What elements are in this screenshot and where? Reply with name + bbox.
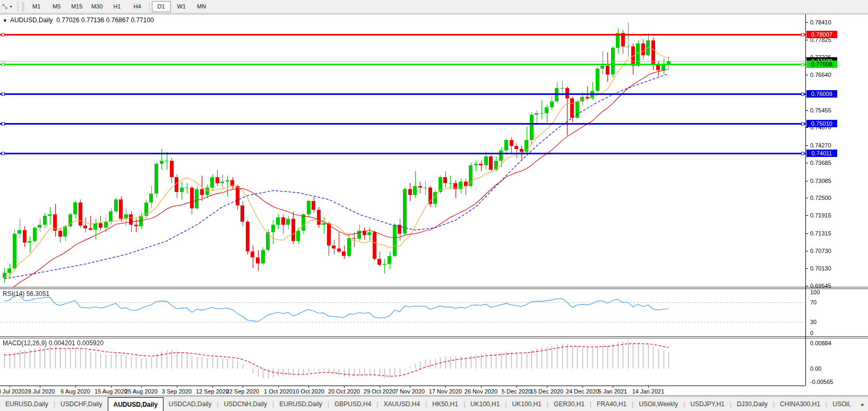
date-axis-label: 15 Aug 2020 <box>94 388 127 395</box>
date-axis-label: 20 Oct 2020 <box>328 388 360 395</box>
date-axis-label: 28 Jul 2020 <box>25 388 55 395</box>
date-axis-label: 6 Aug 2020 <box>61 388 90 395</box>
collapse-caret-icon[interactable]: ▼ <box>3 18 7 23</box>
tab-eurusd-daily[interactable]: EURUSD,Daily <box>274 397 328 411</box>
ohlc-values: 0.77026 0.77136 0.76867 0.77100 <box>56 16 154 24</box>
date-axis-label: 3 Sep 2020 <box>162 388 192 395</box>
price-axis-label: 0.71915 <box>810 212 863 218</box>
toolbar-grip[interactable] <box>22 2 24 11</box>
price-axis-label: 0.70730 <box>810 248 863 254</box>
date-axis-label: 25 Aug 2020 <box>125 388 158 395</box>
tab-gbpusd-h4[interactable]: GBPUSD,H4 <box>329 397 376 411</box>
rsi-chart-canvas[interactable] <box>0 288 805 336</box>
timeframe-button-m1[interactable]: M1 <box>27 1 46 12</box>
date-axis-tick <box>648 386 649 388</box>
date-axis-tick <box>547 386 547 388</box>
tab-usdcad-daily[interactable]: USDCAD,Daily <box>164 397 217 411</box>
date-axis: 18 Jul 202028 Jul 20206 Aug 202015 Aug 2… <box>0 386 805 396</box>
price-axis-label: 0.74270 <box>810 142 863 148</box>
tab-xauusd-h4[interactable]: XAUUSD,H4 <box>378 397 425 411</box>
tab-ger30-h1[interactable]: GER30,H1 <box>548 397 590 411</box>
price-level-badge: 0.75010 <box>806 120 837 127</box>
tab-usdjpy-h1[interactable]: USDJPY,H1 <box>685 397 729 411</box>
date-axis-tick <box>75 386 76 388</box>
date-axis-label: 15 Dec 2020 <box>530 388 563 395</box>
tab-usdchf-daily[interactable]: USDCHF,Daily <box>55 397 108 411</box>
tab-audusd-daily[interactable]: AUDUSD,Daily <box>108 397 164 411</box>
tabs-scroll-left-button[interactable]: ◂ <box>861 401 863 407</box>
price-chart-canvas[interactable] <box>0 14 805 287</box>
indicator-axis-label: 0.00884 <box>810 340 831 346</box>
chart-tab-bar: EURUSD,Daily|USDCHF,DailyAUDUSD,DailyUSD… <box>0 396 868 411</box>
indicator-axis-label: -0.00565 <box>810 379 833 385</box>
date-axis-tick <box>10 386 10 388</box>
price-axis-tick <box>806 251 808 251</box>
timeframe-button-m15[interactable]: M15 <box>67 1 87 12</box>
tab-eurusd-daily[interactable]: EURUSD,Daily <box>0 397 54 411</box>
date-axis-label: 24 Dec 2020 <box>566 388 599 395</box>
tab-fra40-h1[interactable]: FRA40,H1 <box>591 397 632 411</box>
date-axis-tick <box>111 386 111 388</box>
date-axis-tick <box>243 386 243 388</box>
price-axis-label: 0.73685 <box>810 160 863 166</box>
timeframe-button-mn[interactable]: MN <box>192 1 211 12</box>
tab-uk100-h1[interactable]: UK100,H1 <box>465 397 505 411</box>
date-axis-label: 18 Jul 2020 <box>0 388 24 395</box>
price-axis-tick <box>806 40 808 40</box>
price-axis-tick <box>806 233 808 234</box>
price-axis-tick <box>806 110 808 111</box>
price-axis-line <box>805 14 806 386</box>
tab-usoil-weekly[interactable]: USOil,Weekly <box>633 397 683 411</box>
date-axis-tick <box>212 386 213 388</box>
price-axis-tick <box>806 286 808 286</box>
symbol-period-label: AUDUSD,Daily <box>10 16 53 24</box>
price-axis-tick <box>806 145 808 146</box>
macd-chart-canvas[interactable] <box>0 337 805 386</box>
date-axis-tick <box>40 386 40 388</box>
date-axis-tick <box>517 386 517 388</box>
date-axis-tick <box>278 386 279 388</box>
price-axis-tick <box>806 127 808 128</box>
date-axis-label: 5 Dec 2020 <box>502 388 531 395</box>
price-level-badge: 0.77008 <box>806 60 837 68</box>
date-axis-label: 14 Jan 2021 <box>632 388 665 395</box>
timeframe-button-m30[interactable]: M30 <box>88 1 107 12</box>
price-axis-tick <box>806 198 808 198</box>
tab-usdcnh-daily[interactable]: USDCNH,Daily <box>219 397 272 411</box>
tab-usoil[interactable]: USOil, <box>827 397 856 411</box>
price-axis-tick <box>806 181 808 181</box>
panel-divider[interactable] <box>0 336 868 338</box>
tab-china300-h1[interactable]: CHINA300,H1 <box>775 397 826 411</box>
date-axis-label: 10 Oct 2020 <box>293 388 324 395</box>
timeframe-button-d1[interactable]: D1 <box>152 1 171 12</box>
price-axis-tick <box>806 75 808 75</box>
price-axis-tick <box>806 215 808 216</box>
price-axis-label: 0.69545 <box>810 283 863 289</box>
date-axis-tick <box>380 386 380 388</box>
panel-divider[interactable] <box>0 287 868 289</box>
date-axis-tick <box>445 386 446 388</box>
tab-uk100-h1[interactable]: UK100,H1 <box>507 397 547 411</box>
timeframe-button-h4[interactable]: H4 <box>128 1 147 12</box>
date-axis-label: 22 Sep 2020 <box>226 388 259 395</box>
date-axis-label: 12 Sep 2020 <box>196 388 229 395</box>
price-level-badge: 0.78007 <box>806 31 837 38</box>
macd-label: MACD(12,26,9) 0.004201 0.005920 <box>3 339 104 347</box>
price-axis-label: 0.75455 <box>810 107 863 113</box>
price-axis-tick <box>806 22 808 23</box>
date-axis-label: 7 Nov 2020 <box>395 388 425 395</box>
chevron-down-icon[interactable]: ▾ <box>10 4 12 9</box>
price-axis-label: 0.78410 <box>810 19 863 25</box>
tab-hk50-h1[interactable]: HK50,H1 <box>427 397 463 411</box>
price-level-badge: 0.76009 <box>806 90 837 98</box>
timeframe-button-w1[interactable]: W1 <box>172 1 191 12</box>
date-axis-tick <box>582 386 583 388</box>
tab-dj30-daily[interactable]: DJ30,Daily <box>732 397 773 411</box>
chart-cursor-icon[interactable]: ⤡ <box>2 3 7 10</box>
timeframe-button-h1[interactable]: H1 <box>108 1 127 12</box>
chart-title: ▼AUDUSD,Daily 0.77026 0.77136 0.76867 0.… <box>3 16 154 24</box>
trading-app: ⤡ ▾ M1M5M15M30H1H4D1W1MN ▼AUDUSD,Daily 0… <box>0 0 868 411</box>
timeframe-button-m5[interactable]: M5 <box>47 1 66 12</box>
date-axis-tick <box>141 386 142 388</box>
indicator-axis-label: 30 <box>810 319 817 325</box>
